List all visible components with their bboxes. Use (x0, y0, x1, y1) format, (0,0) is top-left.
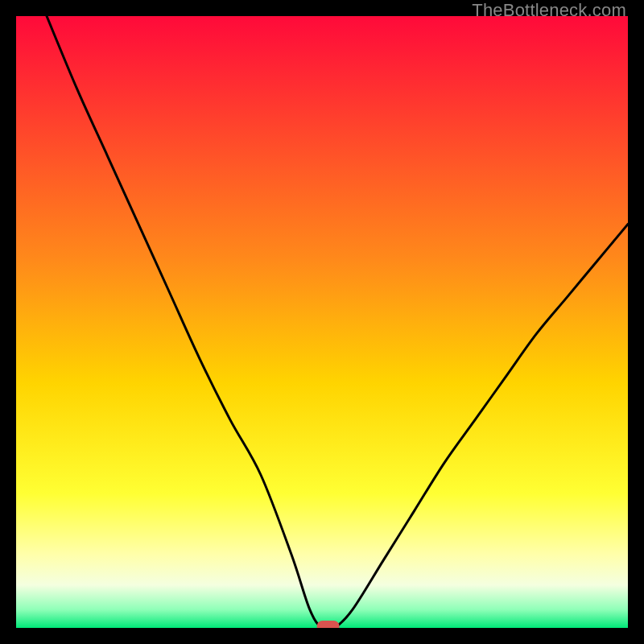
watermark-text: TheBottleneck.com (472, 0, 626, 21)
bottleneck-plot (16, 16, 628, 628)
chart-frame (16, 16, 628, 628)
gradient-background (16, 16, 628, 628)
optimal-marker (317, 621, 340, 628)
